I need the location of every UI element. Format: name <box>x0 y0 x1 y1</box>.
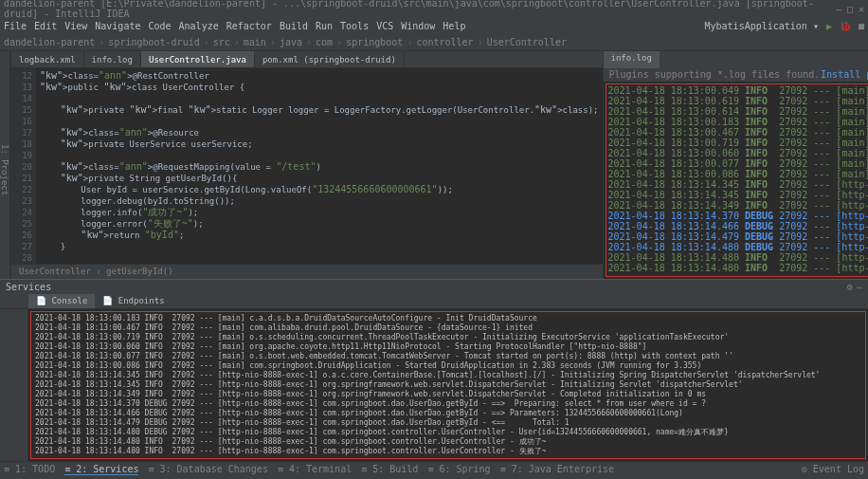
run-icon[interactable]: ▶ <box>826 21 832 31</box>
breadcrumb-item[interactable]: main <box>244 37 266 47</box>
services-tabs: 📄 Console📄 Endpoints <box>0 294 868 309</box>
gear-icon[interactable]: ⚙ <box>847 282 853 292</box>
stop-icon[interactable]: ■ <box>859 21 864 31</box>
editor-area: logback.xmlinfo.logUserController.javapo… <box>11 51 603 279</box>
menu-tools[interactable]: Tools <box>340 21 369 31</box>
breadcrumb-item[interactable]: springboot-druid <box>108 37 199 47</box>
maximize-icon[interactable]: □ <box>847 4 853 14</box>
bottom-tab[interactable]: ≡ 4: Terminal <box>278 464 352 474</box>
code-editor[interactable]: "kw">class="ann">@RestController "kw">pu… <box>36 68 603 264</box>
breadcrumb-item[interactable]: java <box>280 37 302 47</box>
menu-window[interactable]: Window <box>401 21 435 31</box>
breadcrumb-item[interactable]: com <box>316 37 333 47</box>
bottom-tab[interactable]: ≡ 7: Java Enterprise <box>500 464 614 474</box>
breadcrumb-item[interactable]: UserController <box>487 37 567 47</box>
right-log-view[interactable]: 2021-04-18 18:13:00.049 INFO 27092 --- [… <box>606 83 868 277</box>
window-title: dandelion-parent [E:\Private\dandelion-p… <box>4 0 836 19</box>
editor-tab[interactable]: pom.xml (springboot-druid) <box>255 51 405 67</box>
editor-tab[interactable]: info.log <box>84 51 141 67</box>
tab-info-log[interactable]: info.log <box>604 51 660 68</box>
bottom-tool-tabs: ≡ 1: TODO≡ 2: Services≡ 3: Database Chan… <box>0 461 868 476</box>
right-panel: info.log Plugins supporting *.log files … <box>603 51 868 279</box>
breadcrumb-item[interactable]: springboot <box>346 37 403 47</box>
run-config-selector[interactable]: MybatisApplication ▾ <box>705 21 819 31</box>
menu-file[interactable]: File <box>4 21 27 31</box>
minimize-icon[interactable]: — <box>836 4 841 14</box>
menu-analyze[interactable]: Analyze <box>179 21 219 31</box>
breadcrumb-item[interactable]: src <box>213 37 230 47</box>
close-icon[interactable]: ✕ <box>859 4 864 14</box>
menubar: FileEditViewNavigateCodeAnalyzeRefactorB… <box>0 17 868 34</box>
line-gutter[interactable]: 121314151617181920212223242526272829 <box>11 68 36 264</box>
menu-help[interactable]: Help <box>443 21 465 31</box>
menu-build[interactable]: Build <box>280 21 308 31</box>
services-console[interactable]: 2021-04-18 18:13:00.183 INFO 27092 --- [… <box>30 311 866 459</box>
bottom-tab[interactable]: ≡ 5: Build <box>361 464 418 474</box>
titlebar: dandelion-parent [E:\Private\dandelion-p… <box>0 0 868 17</box>
left-tool-strip[interactable]: 1: Project <box>0 51 10 279</box>
services-tab[interactable]: 📄 Console <box>28 294 95 308</box>
plugin-banner: Plugins supporting *.log files found. In… <box>604 68 868 82</box>
editor-breadcrumb[interactable]: UserController › getUserById() <box>11 264 603 279</box>
install-plugins-link[interactable]: Install plugins <box>821 69 868 81</box>
services-title: Services <box>6 282 51 292</box>
menu-refactor[interactable]: Refactor <box>226 21 272 31</box>
menu-vcs[interactable]: VCS <box>376 21 393 31</box>
debug-icon[interactable]: 🐞 <box>840 21 851 31</box>
services-panel: Services ⚙ — 📄 Console📄 Endpoints 2021-0… <box>0 279 868 461</box>
menu-code[interactable]: Code <box>148 21 171 31</box>
menu-view[interactable]: View <box>64 21 87 31</box>
breadcrumb-item[interactable]: dandelion-parent <box>4 37 95 47</box>
menu-run[interactable]: Run <box>316 21 333 31</box>
menu-edit[interactable]: Edit <box>34 21 57 31</box>
bottom-tab[interactable]: ≡ 6: Spring <box>427 464 490 474</box>
editor-tabs: logback.xmlinfo.logUserController.javapo… <box>11 51 603 68</box>
services-toolbar[interactable] <box>0 309 28 461</box>
menu-navigate[interactable]: Navigate <box>95 21 140 31</box>
services-tab[interactable]: 📄 Endpoints <box>95 294 172 308</box>
minimize-panel-icon[interactable]: — <box>857 282 862 292</box>
editor-tab[interactable]: logback.xml <box>11 51 84 67</box>
breadcrumb-bar: dandelion-parent›springboot-druid›src›ma… <box>0 34 868 51</box>
event-log-tab[interactable]: ⊙ Event Log <box>802 464 864 474</box>
bottom-tab[interactable]: ≡ 1: TODO <box>4 464 55 474</box>
bottom-tab[interactable]: ≡ 2: Services <box>64 464 138 475</box>
bottom-tab[interactable]: ≡ 3: Database Changes <box>148 464 267 474</box>
editor-tab[interactable]: UserController.java <box>141 51 255 67</box>
breadcrumb-item[interactable]: controller <box>416 37 473 47</box>
